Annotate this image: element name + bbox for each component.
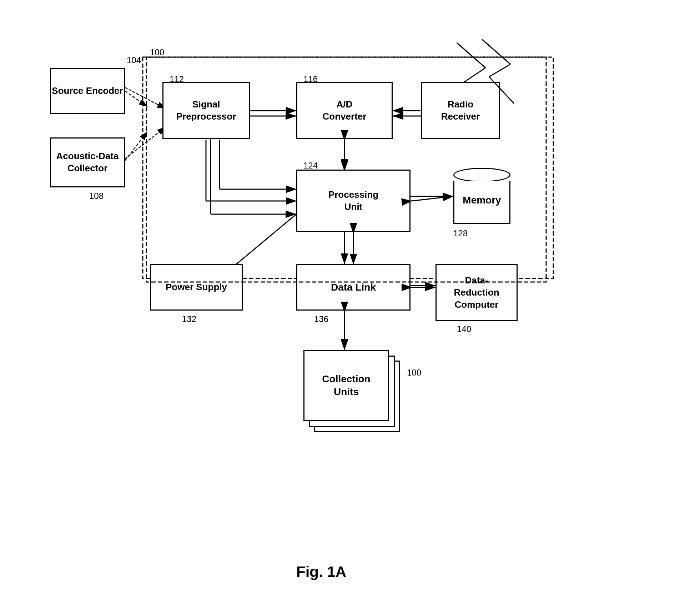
collection-units-stack: CollectionUnits [303, 350, 403, 436]
ref-132: 132 [182, 314, 196, 324]
processing-unit-box: ProcessingUnit [296, 170, 411, 232]
svg-line-5 [125, 87, 166, 109]
acoustic-collector-label: Acoustic-DataCollector [56, 150, 119, 175]
ref-140: 140 [457, 324, 471, 334]
radio-receiver-box: RadioReceiver [421, 82, 500, 139]
svg-line-26 [125, 91, 147, 106]
ref-108: 108 [89, 191, 104, 201]
signal-preprocessor-box: SignalPreprocessor [162, 82, 250, 139]
cylinder-top [453, 168, 510, 182]
ad-converter-label: A/DConverter [323, 99, 367, 123]
ref-116: 116 [303, 74, 318, 84]
power-supply-label: Power Supply [166, 281, 227, 293]
power-supply-box: Power Supply [150, 264, 243, 311]
data-reduction-label: Data-ReductionComputer [454, 275, 499, 311]
processing-unit-label: ProcessingUnit [328, 189, 378, 213]
ad-converter-box: A/DConverter [296, 82, 393, 139]
memory-label: Memory [463, 195, 501, 206]
svg-line-6 [125, 127, 166, 159]
ref-124: 124 [303, 161, 318, 171]
memory-box: Memory [453, 168, 510, 224]
data-link-box: Data Link [296, 264, 411, 311]
data-reduction-box: Data-ReductionComputer [435, 264, 518, 321]
ref-128: 128 [453, 228, 468, 238]
cylinder-body: Memory [453, 181, 510, 224]
svg-line-36 [411, 196, 453, 201]
collection-page-3: CollectionUnits [303, 350, 389, 421]
ref-136: 136 [314, 314, 328, 324]
signal-preprocessor-label: SignalPreprocessor [176, 99, 236, 123]
svg-line-23 [482, 39, 510, 64]
radio-receiver-label: RadioReceiver [441, 99, 480, 123]
ref-112: 112 [170, 74, 184, 84]
source-encoder-label: Source Encoder [52, 85, 123, 97]
svg-line-24 [489, 64, 510, 77]
figure-label: Fig. 1A [296, 563, 346, 580]
ref-104: 104 [127, 55, 141, 65]
diagram: 100 [29, 21, 671, 557]
data-link-label: Data Link [331, 281, 376, 294]
source-encoder-box: Source Encoder [50, 68, 125, 114]
acoustic-collector-box: Acoustic-DataCollector [50, 137, 125, 187]
svg-line-27 [125, 132, 147, 161]
svg-line-3 [464, 68, 485, 82]
ref-collection-100: 100 [407, 368, 421, 378]
svg-text:100: 100 [150, 47, 164, 57]
svg-line-2 [457, 43, 485, 68]
